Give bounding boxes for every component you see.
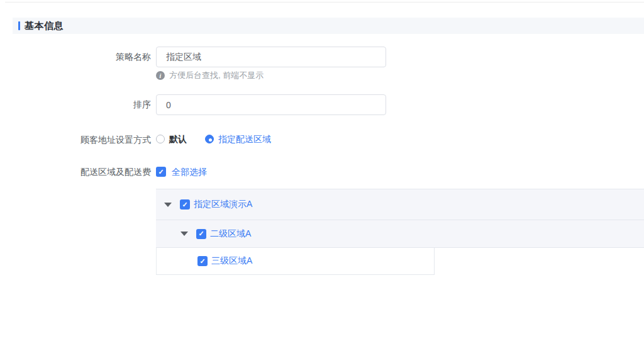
tree-node-label[interactable]: 指定区域演示A bbox=[194, 199, 252, 210]
info-icon: i bbox=[156, 71, 165, 80]
strategy-name-hint: i 方便后台查找, 前端不显示 bbox=[156, 70, 264, 81]
radio-option-default[interactable]: 默认 bbox=[156, 134, 187, 144]
select-all-checkbox[interactable] bbox=[156, 167, 166, 177]
tree-node-label[interactable]: 二级区域A bbox=[210, 228, 251, 240]
select-all-label[interactable]: 全部选择 bbox=[172, 167, 207, 177]
tree-row-level2[interactable]: 二级区域A bbox=[156, 220, 644, 248]
tree-checkbox[interactable] bbox=[196, 229, 206, 239]
address-mode-label: 顾客地址设置方式 bbox=[0, 135, 151, 145]
strategy-name-input[interactable] bbox=[156, 47, 386, 67]
tree-node-label[interactable]: 三级区域A bbox=[211, 255, 252, 267]
radio-option-default-label: 默认 bbox=[169, 134, 187, 144]
expand-arrow-icon[interactable] bbox=[164, 203, 172, 207]
section-header: 基本信息 bbox=[13, 18, 644, 34]
radio-option-specified-area-label: 指定配送区域 bbox=[218, 134, 271, 144]
radio-circle-on-icon bbox=[205, 135, 214, 143]
sort-input[interactable] bbox=[156, 94, 386, 115]
tree-checkbox[interactable] bbox=[180, 199, 190, 210]
tree-row-level3[interactable]: 三级区域A bbox=[156, 248, 435, 275]
delivery-area-label: 配送区域及配送费 bbox=[0, 167, 151, 177]
tree-checkbox[interactable] bbox=[197, 256, 208, 266]
hint-text: 方便后台查找, 前端不显示 bbox=[169, 70, 264, 81]
section-title: 基本信息 bbox=[25, 20, 64, 32]
page-root: 基本信息 策略名称 i 方便后台查找, 前端不显示 排序 顾客地址设置方式 默认… bbox=[0, 0, 644, 341]
tree-row-level1[interactable]: 指定区域演示A bbox=[156, 189, 644, 220]
sort-label: 排序 bbox=[0, 94, 151, 115]
top-divider bbox=[5, 2, 644, 3]
section-accent-bar bbox=[18, 21, 20, 30]
strategy-name-label: 策略名称 bbox=[0, 47, 151, 67]
expand-arrow-icon[interactable] bbox=[180, 232, 188, 236]
radio-circle-off-icon bbox=[156, 135, 165, 143]
radio-option-specified-area[interactable]: 指定配送区域 bbox=[205, 134, 271, 144]
